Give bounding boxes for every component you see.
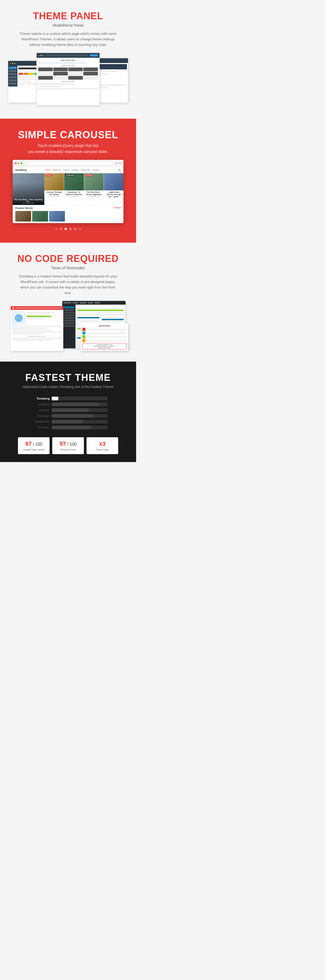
fastest-heading: FASTEST THEME bbox=[8, 372, 128, 383]
score-label-pagespeed: Google Page Speed bbox=[20, 448, 48, 451]
card3-badge: FEATURE bbox=[85, 174, 93, 177]
popular-thumb-1 bbox=[15, 211, 31, 221]
score-number-gtmetrix: 97 / 100 bbox=[54, 441, 82, 447]
speed-label-soledad: Soledad Clien bbox=[29, 420, 49, 423]
theme-panel-heading: THEME PANEL bbox=[8, 11, 128, 22]
nocode-screenshots: Rounded Heading: Click 9 Add Element bbox=[8, 301, 128, 354]
popular-thumb-3 bbox=[49, 211, 65, 221]
browser-dot-red bbox=[15, 162, 17, 164]
carousel-navbar: tonsberg Home Features Travel Lifestyle … bbox=[13, 167, 123, 173]
popular-thumbnails bbox=[15, 211, 121, 221]
score-number-faster: x3 bbox=[89, 441, 116, 447]
pagination-dot-2[interactable] bbox=[65, 228, 67, 230]
popular-stories-title: Popular Stories bbox=[15, 207, 33, 209]
carousel-mockup: tonsberg Home Features Travel Lifestyle … bbox=[13, 160, 123, 223]
fastest-section: FASTEST THEME Optimized Code makes Tonsb… bbox=[0, 361, 136, 462]
card1-badge: TRAVEL bbox=[45, 174, 52, 177]
nav-lifestyle: Lifestyle bbox=[71, 169, 79, 171]
card2-author: by Cristian Stan bbox=[65, 196, 83, 197]
speed-row-mh: MH Tubber bbox=[29, 426, 108, 430]
score-label-faster: Faster Page bbox=[89, 448, 116, 451]
speed-row-customizr: Customizr bbox=[29, 408, 108, 412]
carousel-card-2: ADVENTURE Adventure - In Search of Warri… bbox=[64, 173, 84, 205]
pagination-dot-3[interactable] bbox=[69, 228, 72, 230]
card1-title: Journey Through the Sahara bbox=[45, 191, 63, 196]
browser-dot-yellow bbox=[18, 162, 19, 164]
speed-row-newspaper: Newspaper bbox=[29, 414, 108, 418]
speed-label-newspaper: Newspaper bbox=[29, 415, 49, 417]
carousel-pagination: « » bbox=[8, 223, 128, 235]
popular-view-all: View All bbox=[114, 207, 121, 209]
theme-panel-section: THEME PANEL Modeltheme Panel Theme optio… bbox=[0, 0, 136, 119]
nav-home: Home bbox=[45, 169, 50, 171]
speed-bar-mh bbox=[52, 426, 91, 430]
pagination-dot-4[interactable] bbox=[74, 228, 76, 230]
speed-label-tonsberg: Tonsberg bbox=[29, 397, 49, 400]
carousel-cards: TRAVEL Journey Through the Sahara by Cri… bbox=[44, 173, 123, 205]
pagination-dot-1[interactable] bbox=[60, 228, 62, 230]
carousel-section: SIMPLE CAROUSEL Touch enabled jQuery plu… bbox=[0, 119, 136, 243]
score-cards: 97 / 100 Google Page Speed 97 / 100 Gtme… bbox=[18, 437, 118, 454]
score-card-gtmetrix: 97 / 100 Gtmetrix Score bbox=[52, 437, 84, 454]
carousel-hero: The True Story – The Long Story Fo... by… bbox=[13, 173, 123, 205]
carousel-description: Touch enabled jQuery plugin that lets yo… bbox=[8, 143, 128, 154]
nav-features: Features bbox=[53, 169, 61, 171]
theme-panel-description: Theme options is a custom admin page whi… bbox=[18, 31, 118, 48]
score-card-pagespeed: 97 / 100 Google Page Speed bbox=[18, 437, 49, 454]
nav-about: About Me bbox=[81, 169, 90, 171]
card3-title: The True Story – Sacred Highlands bbox=[85, 191, 103, 196]
browser-dot-green bbox=[21, 162, 22, 164]
card3-author: by Cristian Stan bbox=[85, 196, 103, 197]
score-label-gtmetrix: Gtmetrix Score bbox=[54, 448, 82, 451]
card2-badge: ADVENTURE bbox=[65, 174, 75, 177]
speed-bar-newspaper bbox=[52, 414, 94, 418]
speed-label-mh: MH Tubber bbox=[29, 426, 49, 429]
nav-travel: Travel bbox=[63, 169, 69, 171]
card4-title: ...nglds Khan: Journey through the ...ma… bbox=[105, 191, 123, 198]
score-card-faster: x3 Faster Page bbox=[86, 437, 118, 454]
browser-url-bar bbox=[25, 161, 112, 165]
nocode-subtitle: Tones of Shortcodes bbox=[8, 266, 128, 270]
pagination-prev[interactable]: « bbox=[55, 227, 57, 231]
speed-bar-soledad bbox=[52, 420, 83, 423]
theme-panel-screenshots: Page Preview Value Page Frontend Dialog bbox=[8, 53, 128, 111]
score-number-pagespeed: 97 / 100 bbox=[20, 441, 48, 447]
nocode-description: Tonsberg is a modern theme that builds b… bbox=[18, 274, 118, 296]
hero-left-image: The True Story – The Long Story Fo... by… bbox=[13, 173, 44, 205]
carousel-heading: SIMPLE CAROUSEL bbox=[8, 129, 128, 140]
card1-author: by Cristian Stan bbox=[45, 196, 63, 197]
nav-links: Home Features Travel Lifestyle About Me … bbox=[45, 169, 99, 171]
popular-thumb-2 bbox=[32, 211, 48, 221]
shortcode-overlay: Add Element A great embed you canbecome … bbox=[81, 323, 128, 351]
speed-label-wordpress: Wordpress bbox=[29, 403, 49, 406]
speed-bar-tonsberg bbox=[52, 397, 58, 400]
popular-stories: Popular Stories View All bbox=[13, 205, 123, 223]
browser-bar bbox=[13, 160, 123, 167]
carousel-card-1: TRAVEL Journey Through the Sahara by Cri… bbox=[44, 173, 64, 205]
fastest-subtitle: Optimized Code makes Tonsberg one of the… bbox=[8, 385, 128, 389]
speed-label-customizr: Customizr bbox=[29, 409, 49, 411]
nocode-heading: NO CODE REQUIRED bbox=[8, 253, 128, 264]
nocode-section: NO CODE REQUIRED Tones of Shortcodes Ton… bbox=[0, 243, 136, 361]
speed-row-soledad: Soledad Clien bbox=[29, 420, 108, 423]
speed-row-wordpress: Wordpress bbox=[29, 402, 108, 406]
nav-logo: tonsberg bbox=[15, 169, 27, 172]
hero-title: The True Story – The Long Story Fo... bbox=[14, 199, 43, 202]
speed-bar-customizr bbox=[52, 408, 89, 412]
carousel-card-3: FEATURE The True Story – Sacred Highland… bbox=[84, 173, 104, 205]
nav-search-icon: 🔍 bbox=[118, 169, 121, 172]
theme-panel-subtitle: Modeltheme Panel bbox=[8, 23, 128, 27]
nocode-front-screenshot: Rounded Heading: Click 9 bbox=[11, 306, 63, 351]
carousel-card-4: ...nglds Khan: Journey through the ...ma… bbox=[104, 173, 123, 205]
pagination-next[interactable]: » bbox=[79, 227, 81, 231]
nav-contact: Contact bbox=[92, 169, 99, 171]
speed-row-tonsberg: Tonsberg bbox=[29, 397, 108, 400]
hero-author: by Cristian Stan bbox=[14, 202, 43, 204]
card2-title: Adventure - In Search of Warriors bbox=[65, 191, 83, 196]
speed-bars: Tonsberg Wordpress Customizr Newspaper S… bbox=[29, 397, 108, 430]
screenshot-main-center: Page Preview Value Page Frontend Dialog bbox=[37, 53, 100, 105]
speed-bar-wordpress bbox=[52, 402, 99, 406]
